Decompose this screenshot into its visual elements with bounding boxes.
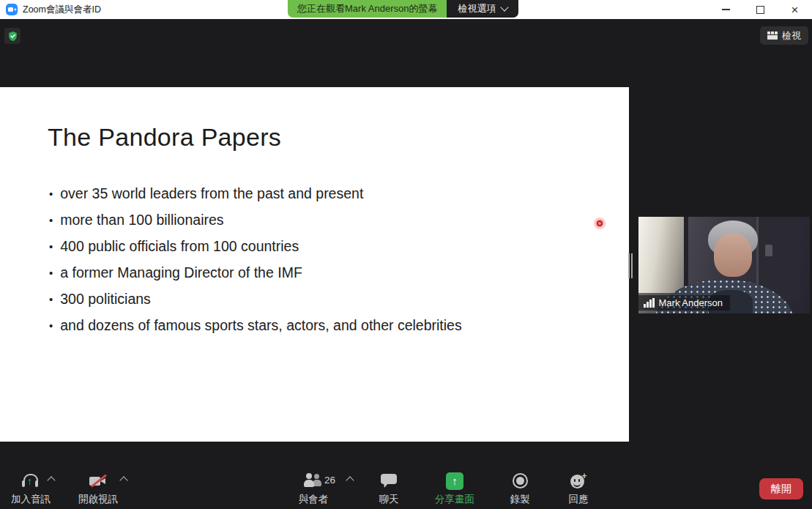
window-title: Zoom會議與會者ID [23, 4, 101, 16]
screen-share-banner: 您正在觀看Mark Anderson的螢幕 檢視選項 [288, 0, 518, 18]
reactions-label: 回應 [569, 494, 589, 505]
video-panel-handle[interactable] [628, 253, 634, 278]
participants-icon [304, 473, 323, 488]
participants-count: 26 [324, 475, 335, 486]
reactions-button[interactable]: 回應 [551, 472, 606, 505]
shared-screen-slide: The Pandora Papers over 35 world leaders… [0, 87, 629, 442]
join-audio-label: 加入音訊 [11, 494, 51, 505]
join-audio-button[interactable]: 加入音訊 [3, 472, 59, 505]
chat-button[interactable]: 聊天 [362, 472, 416, 505]
bullet-item: over 35 world leaders from the past and … [49, 180, 462, 207]
record-label: 錄製 [510, 494, 530, 505]
zoom-app-icon [6, 4, 18, 15]
view-button-label: 檢視 [782, 29, 801, 42]
leave-button[interactable]: 離開 [759, 478, 803, 499]
participant-video[interactable]: Mark Anderson [638, 217, 810, 313]
view-options-button[interactable]: 檢視選項 [447, 0, 518, 18]
room-window [638, 217, 688, 293]
app-identity: Zoom會議與會者ID [6, 0, 101, 19]
slide-title: The Pandora Papers [48, 123, 281, 152]
participants-button[interactable]: 26 與會者 [283, 472, 344, 505]
share-screen-button[interactable]: 分享畫面 [422, 472, 487, 505]
close-button[interactable]: × [778, 0, 812, 19]
start-video-button[interactable]: 開啟視訊 [70, 472, 127, 505]
maximize-icon [756, 6, 764, 14]
view-options-label: 檢視選項 [458, 2, 496, 15]
grid-view-icon [767, 31, 778, 40]
share-screen-icon [446, 472, 463, 490]
record-button[interactable]: 錄製 [493, 472, 547, 505]
close-icon: × [791, 4, 799, 16]
slide-bullet-list: over 35 world leaders from the past and … [49, 180, 462, 338]
chevron-down-icon [501, 3, 509, 11]
participant-figure-face [714, 233, 752, 277]
maximize-button[interactable] [743, 0, 778, 19]
bullet-item: 400 public officials from 100 countries [49, 233, 462, 259]
start-video-label: 開啟視訊 [78, 494, 118, 505]
minimize-button[interactable] [709, 0, 743, 19]
bullet-item: 300 politicians [49, 286, 462, 312]
zoom-meeting-window: Zoom會議與會者ID × 您正在觀看Mark Anderson的螢幕 檢視選項… [0, 0, 812, 509]
bullet-item: a former Managing Director of the IMF [49, 259, 462, 286]
participants-menu-chevron[interactable] [346, 476, 354, 484]
share-screen-label: 分享畫面 [435, 494, 474, 505]
view-button[interactable]: 檢視 [760, 26, 808, 45]
record-circle-icon [513, 473, 528, 488]
chat-bubble-icon [381, 474, 397, 488]
shield-check-icon [7, 31, 18, 42]
participants-label: 與會者 [299, 494, 329, 505]
minimize-icon [722, 9, 730, 10]
headset-arrow-icon [22, 473, 40, 489]
audio-level-icon [644, 298, 655, 308]
participant-name: Mark Anderson [659, 297, 723, 308]
chat-label: 聊天 [379, 494, 399, 505]
watching-status: 您正在觀看Mark Anderson的螢幕 [288, 0, 447, 18]
security-button[interactable] [4, 28, 21, 44]
smiley-plus-icon [570, 472, 587, 489]
laser-pointer-dot [593, 217, 606, 230]
window-controls: × [709, 0, 812, 19]
participant-name-tag: Mark Anderson [638, 295, 730, 311]
camera-off-icon [89, 474, 108, 488]
bullet-item: and dozens of famous sports stars, actor… [49, 312, 462, 338]
bullet-item: more than 100 billionaires [49, 207, 462, 233]
